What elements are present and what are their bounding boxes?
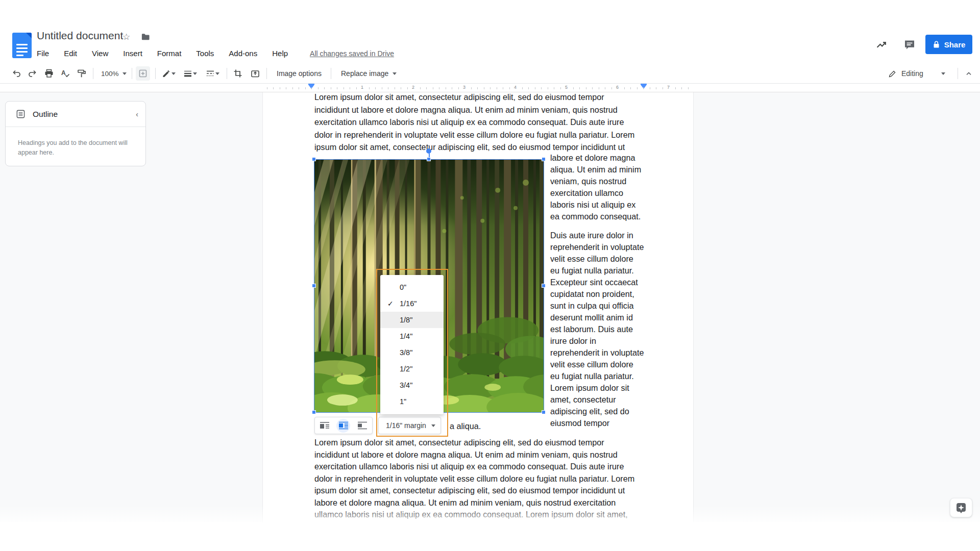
outline-collapse-button[interactable]: ‹ xyxy=(136,110,138,118)
border-weight-icon[interactable] xyxy=(180,66,200,81)
ruler-tick xyxy=(286,87,286,89)
break-text-button[interactable] xyxy=(354,417,371,434)
text-line: incididunt ut labore et dolore magna ali… xyxy=(314,104,634,116)
margin-option-3-4[interactable]: 3/4" xyxy=(380,377,444,393)
comment-icon[interactable] xyxy=(903,39,916,51)
print-icon[interactable] xyxy=(42,66,56,81)
wrap-inline-button[interactable] xyxy=(316,417,333,434)
paragraph-top[interactable]: Lorem ipsum dolor sit amet, consectetur … xyxy=(314,91,634,154)
ruler-tick xyxy=(331,87,331,89)
margin-option-1-4[interactable]: 1/4" xyxy=(380,328,444,344)
margin-option-1-16[interactable]: ✓ 1/16" xyxy=(380,295,444,312)
ruler-tick xyxy=(477,87,478,89)
menu-file[interactable]: File xyxy=(36,47,50,59)
paragraph-right-1[interactable]: labore et dolore magnaaliqua. Ut enim ad… xyxy=(550,152,641,222)
resize-handle-top-left[interactable] xyxy=(312,157,316,161)
docs-logo-icon[interactable] xyxy=(12,33,32,58)
ruler-number: 1 xyxy=(361,85,363,90)
menu-format[interactable]: Format xyxy=(156,47,183,59)
resize-handle-bottom-right[interactable] xyxy=(542,410,546,414)
crop-icon[interactable] xyxy=(231,66,245,81)
text-line: Lorem ipsum dolor sit xyxy=(550,382,644,394)
chevron-down-icon xyxy=(172,72,176,77)
margin-dropdown-button[interactable]: 1/16" margin xyxy=(378,417,441,434)
ruler-number: 5 xyxy=(565,85,568,90)
save-status-link[interactable]: All changes saved in Drive xyxy=(310,49,394,58)
undo-icon[interactable] xyxy=(9,66,23,81)
mode-selector[interactable]: Editing xyxy=(888,66,945,81)
image-wrap-toolbar xyxy=(314,417,373,434)
ruler-tick xyxy=(573,87,574,89)
menu-insert[interactable]: Insert xyxy=(122,47,143,59)
folder-icon[interactable] xyxy=(141,33,150,43)
wrap-text-button[interactable] xyxy=(335,417,352,434)
header: Untitled document ☆ File Edit View Inser… xyxy=(0,0,980,63)
resize-handle-bottom-left[interactable] xyxy=(312,410,316,414)
text-line: amet, consectetur xyxy=(550,394,644,406)
document-title[interactable]: Untitled document xyxy=(37,30,123,42)
paint-format-icon[interactable] xyxy=(75,66,89,81)
resize-handle-mid-left[interactable] xyxy=(312,284,316,288)
menu-edit[interactable]: Edit xyxy=(63,47,78,59)
text-line: eiusmod tempor xyxy=(550,417,644,429)
menu-bar: File Edit View Insert Format Tools Add-o… xyxy=(36,47,394,59)
chevron-down-icon xyxy=(215,72,219,77)
resize-handle-top-center[interactable] xyxy=(427,157,431,161)
document-page[interactable]: Lorem ipsum dolor sit amet, consectetur … xyxy=(262,92,694,522)
star-icon[interactable]: ☆ xyxy=(122,32,130,42)
menu-view[interactable]: View xyxy=(91,47,109,59)
text-fragment[interactable]: a aliqua. xyxy=(450,421,481,431)
margin-option-1-2[interactable]: 1/2" xyxy=(380,361,444,377)
text-line: veniam, quis nostrud xyxy=(550,176,641,187)
margin-option-3-8[interactable]: 3/8" xyxy=(380,344,444,361)
text-line: cupidatat non proident, xyxy=(550,288,644,300)
ruler-tick xyxy=(554,87,554,89)
insert-image-plus-icon[interactable] xyxy=(136,66,150,81)
text-line: sunt in culpa qui officia xyxy=(550,300,644,312)
text-line: labore et dolore magna xyxy=(550,152,641,164)
menu-tools[interactable]: Tools xyxy=(195,47,215,59)
replace-image-button[interactable]: Replace image xyxy=(336,66,402,81)
menu-help[interactable]: Help xyxy=(271,47,289,59)
border-dash-icon[interactable] xyxy=(202,66,223,81)
resize-handle-mid-right[interactable] xyxy=(542,284,546,288)
right-margin-marker[interactable] xyxy=(641,85,647,89)
ruler-tick xyxy=(369,87,370,89)
image-options-button[interactable]: Image options xyxy=(272,66,327,81)
text-line: labore et dolore magna aliqua. Ut enim a… xyxy=(314,497,634,509)
margin-option-0[interactable]: 0" xyxy=(380,279,444,295)
pencil-icon xyxy=(888,69,897,78)
ruler-tick xyxy=(624,87,625,89)
workspace: Outline ‹ Headings you add to the docume… xyxy=(0,92,980,522)
chevron-down-icon xyxy=(193,72,197,77)
text-line: eu fugiat nulla pariatur. xyxy=(550,265,644,277)
share-button[interactable]: Share xyxy=(925,35,972,54)
redo-icon[interactable] xyxy=(26,66,40,81)
ruler-number: 7 xyxy=(667,85,670,90)
spellcheck-icon[interactable]: A xyxy=(58,66,72,81)
explore-button[interactable] xyxy=(950,498,972,517)
collapse-toolbar-button[interactable] xyxy=(962,66,976,81)
menu-addons[interactable]: Add-ons xyxy=(228,47,258,59)
lock-icon xyxy=(933,40,940,48)
text-line: dolor in reprehenderit in voluptate veli… xyxy=(314,129,634,141)
toolbar-divider xyxy=(958,68,958,79)
ruler-tick xyxy=(344,87,344,89)
border-color-icon[interactable] xyxy=(158,66,179,81)
ruler-number: 2 xyxy=(412,85,414,90)
margin-option-1[interactable]: 1" xyxy=(380,393,444,410)
ruler-tick xyxy=(350,87,350,89)
ruler-tick xyxy=(484,87,484,89)
resize-handle-top-right[interactable] xyxy=(542,157,546,161)
paragraph-right-2[interactable]: Duis aute irure dolor inreprehenderit in… xyxy=(550,230,644,429)
replace-image-icon[interactable] xyxy=(248,66,262,81)
ruler-tick xyxy=(407,87,408,89)
text-line: exercitation ullamco xyxy=(550,187,641,199)
check-icon: ✓ xyxy=(387,295,394,312)
toolbar-divider xyxy=(227,68,227,79)
ruler-tick xyxy=(528,87,529,89)
margin-option-1-8[interactable]: 1/8" xyxy=(380,312,444,328)
paragraph-bottom[interactable]: Lorem ipsum dolor sit amet, consectetur … xyxy=(314,437,634,533)
zoom-select[interactable]: 100% xyxy=(97,66,129,81)
trending-icon[interactable] xyxy=(875,39,888,51)
